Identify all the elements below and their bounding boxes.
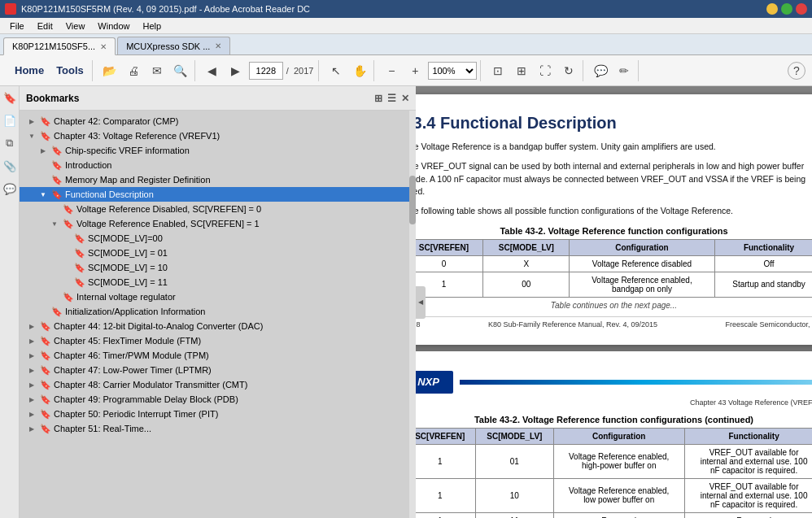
tree-item-chip[interactable]: 🔖 Chip-specific VREF information	[20, 143, 409, 158]
expand-all-button[interactable]: ⊞	[374, 93, 382, 104]
home-button[interactable]: Home	[10, 60, 49, 81]
tree-item-sc01[interactable]: 🔖 SC[MODE_LV] = 01	[20, 246, 409, 260]
tree-item-vref-en[interactable]: 🔖 Voltage Reference Enabled, SC[VREFEN] …	[20, 216, 409, 231]
draw-button[interactable]: ✏	[613, 60, 635, 81]
expand-vref-en[interactable]	[49, 218, 60, 229]
expand-chip[interactable]	[37, 145, 49, 156]
menu-edit[interactable]: Edit	[31, 20, 59, 33]
fit-width-button[interactable]: ⊞	[511, 60, 532, 81]
open-button[interactable]: 📂	[99, 60, 120, 81]
expand-sc10[interactable]	[60, 262, 72, 273]
main-area: 🔖 📄 ⧉ 📎 💬 Bookmarks ⊞ ☰ ✕	[0, 86, 812, 518]
help-button[interactable]: ?	[788, 62, 805, 80]
zoom-in-button[interactable]: +	[404, 60, 426, 81]
tree-item-ch42[interactable]: 🔖 Chapter 42: Comparator (CMP)	[20, 114, 409, 128]
tab-pdf[interactable]: K80P121M150SF5... ✕	[3, 37, 116, 55]
tree-item-sc10[interactable]: 🔖 SC[MODE_LV] = 10	[20, 260, 409, 275]
menu-file[interactable]: File	[3, 20, 31, 33]
tree-item-ch46[interactable]: 🔖 Chapter 46: Timer/PWM Module (TPM)	[20, 348, 409, 363]
tree-item-mmap[interactable]: 🔖 Memory Map and Register Definition	[20, 172, 409, 187]
document-scroll-area[interactable]: 43.4 Functional Description The Voltage …	[416, 86, 812, 518]
select-tool[interactable]: ↖	[325, 60, 347, 81]
prev-page-button[interactable]: ◀	[202, 60, 223, 81]
expand-mmap[interactable]	[37, 174, 49, 185]
close-bookmarks-button[interactable]: ✕	[401, 93, 409, 104]
expand-ch47[interactable]	[26, 364, 37, 376]
expand-ch49[interactable]	[26, 394, 37, 405]
tree-item-intvr[interactable]: 🔖 Internal voltage regulator	[20, 289, 409, 304]
tree-item-ch51[interactable]: 🔖 Chapter 51: Real-Time...	[20, 421, 409, 436]
close-button[interactable]	[796, 3, 807, 15]
tree-item-ch43[interactable]: 🔖 Chapter 43: Voltage Reference (VREFV1)	[20, 128, 409, 143]
init-label: Initialization/Application Information	[65, 307, 406, 316]
table2: SC[VREFEN] SC[MODE_LV] Configuration Fun…	[416, 428, 812, 518]
layers-icon[interactable]: ⧉	[2, 135, 18, 151]
minimize-button[interactable]	[766, 3, 778, 15]
sidebar-scrollbar[interactable]	[409, 111, 416, 518]
email-button[interactable]: ✉	[146, 60, 168, 81]
expand-sc01[interactable]	[60, 247, 72, 259]
attachments-icon[interactable]: 📎	[2, 158, 18, 174]
menu-help[interactable]: Help	[136, 20, 168, 33]
expand-init[interactable]	[37, 306, 49, 317]
app-icon	[5, 3, 16, 15]
tree-item-ch48[interactable]: 🔖 Chapter 48: Carrier Modulator Transmit…	[20, 377, 409, 392]
tree-item-ch47[interactable]: 🔖 Chapter 47: Low-Power Timer (LPTMR)	[20, 363, 409, 377]
rotate-button[interactable]: ↻	[558, 60, 579, 81]
page-number-input[interactable]	[249, 62, 283, 80]
maximize-button[interactable]	[781, 3, 792, 15]
scrollbar-thumb[interactable]	[409, 176, 416, 224]
comment-button[interactable]: 💬	[590, 60, 611, 81]
options-button[interactable]: ☰	[387, 93, 396, 104]
comments-icon[interactable]: 💬	[2, 181, 18, 197]
expand-sc00[interactable]	[60, 233, 72, 244]
tree-item-init[interactable]: 🔖 Initialization/Application Information	[20, 304, 409, 319]
tab-sdk[interactable]: MCUXpresso SDK ... ✕	[117, 37, 230, 54]
expand-ch51[interactable]	[26, 423, 37, 434]
expand-sc11[interactable]	[60, 276, 72, 288]
expand-ch45[interactable]	[26, 335, 37, 346]
expand-ch43[interactable]	[26, 130, 37, 141]
expand-ch44[interactable]	[26, 320, 37, 332]
expand-vref-dis[interactable]	[49, 203, 60, 215]
fit-page-button[interactable]: ⊡	[487, 60, 509, 81]
tree-item-ch50[interactable]: 🔖 Chapter 50: Periodic Interrupt Timer (…	[20, 407, 409, 421]
tree-item-vref-dis[interactable]: 🔖 Voltage Reference Disabled, SC[VREFEN]…	[20, 202, 409, 216]
tree-item-func[interactable]: 🔖 Functional Description	[20, 187, 409, 202]
search-button[interactable]: 🔍	[170, 60, 191, 81]
bm-icon-intvr: 🔖	[63, 292, 74, 303]
ch46-label: Chapter 46: Timer/PWM Module (TPM)	[54, 350, 406, 360]
print-button[interactable]: 🖨	[123, 60, 144, 81]
expand-ch50[interactable]	[26, 408, 37, 420]
tree-item-sc00[interactable]: 🔖 SC[MODE_LV]=00	[20, 231, 409, 246]
tree-item-intro[interactable]: 🔖 Introduction	[20, 158, 409, 172]
bm-icon-func: 🔖	[51, 189, 63, 200]
tools-button[interactable]: Tools	[51, 60, 89, 81]
expand-intvr[interactable]	[49, 291, 60, 303]
zoom-out-button[interactable]: −	[381, 60, 402, 81]
tree-item-ch45[interactable]: 🔖 Chapter 45: FlexTimer Module (FTM)	[20, 333, 409, 348]
expand-ch48[interactable]	[26, 379, 37, 390]
pan-tool[interactable]: ✋	[349, 60, 370, 81]
bm-icon-vref-en: 🔖	[63, 219, 74, 229]
pages-icon[interactable]: 📄	[2, 112, 18, 128]
full-screen-button[interactable]: ⛶	[535, 60, 556, 81]
para3: The following table shows all possible f…	[416, 205, 812, 218]
document-area: ◀ 43.4 Functional Description The Voltag…	[416, 86, 812, 518]
tab-sdk-close[interactable]: ✕	[215, 41, 221, 50]
tree-item-sc11[interactable]: 🔖 SC[MODE_LV] = 11	[20, 275, 409, 289]
bookmarks-icon[interactable]: 🔖	[2, 89, 18, 106]
intro-label: Introduction	[65, 160, 406, 170]
tab-pdf-close[interactable]: ✕	[100, 42, 107, 51]
zoom-select[interactable]: 100% 75% 150%	[428, 62, 477, 80]
sidebar-collapse-button[interactable]: ◀	[416, 286, 426, 319]
expand-intro[interactable]	[37, 159, 49, 171]
next-page-button[interactable]: ▶	[225, 60, 247, 81]
tree-item-ch44[interactable]: 🔖 Chapter 44: 12-bit Digital-to-Analog C…	[20, 319, 409, 333]
expand-ch42[interactable]	[26, 115, 37, 127]
expand-func[interactable]	[37, 189, 49, 200]
tree-item-ch49[interactable]: 🔖 Chapter 49: Programmable Delay Block (…	[20, 392, 409, 407]
expand-ch46[interactable]	[26, 350, 37, 361]
menu-view[interactable]: View	[59, 20, 92, 33]
menu-window[interactable]: Window	[91, 20, 136, 33]
